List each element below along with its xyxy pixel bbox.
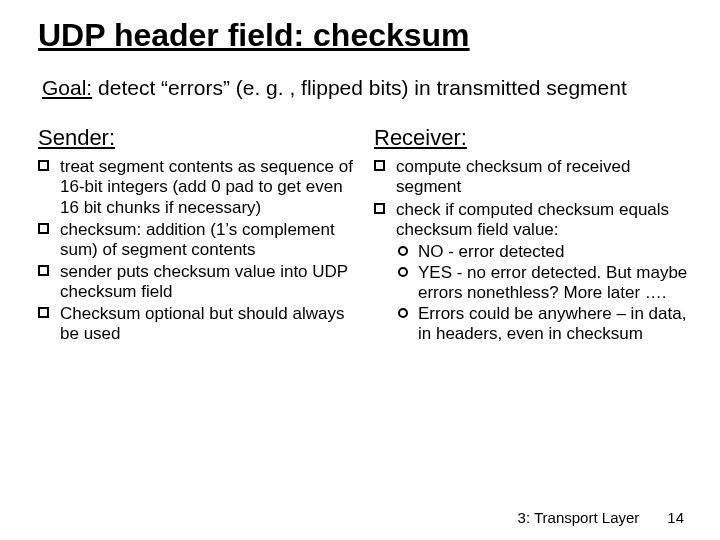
receiver-heading: Receiver: xyxy=(374,125,692,151)
item-text: Errors could be anywhere – in data, in h… xyxy=(418,304,686,343)
square-bullet-icon xyxy=(374,160,385,171)
list-item: treat segment contents as sequence of 16… xyxy=(38,157,356,217)
square-bullet-icon xyxy=(374,203,385,214)
sender-heading: Sender: xyxy=(38,125,356,151)
item-text: sender puts checksum value into UDP chec… xyxy=(60,262,348,301)
slide-title: UDP header field: checksum xyxy=(38,18,692,53)
circle-bullet-icon xyxy=(398,308,408,318)
square-bullet-icon xyxy=(38,223,49,234)
sublist-item: NO - error detected xyxy=(396,242,692,262)
receiver-column: Receiver: compute checksum of received s… xyxy=(374,125,692,345)
circle-bullet-icon xyxy=(398,246,408,256)
receiver-list: compute checksum of received segment che… xyxy=(374,157,692,343)
page-number: 14 xyxy=(667,509,684,526)
list-item: sender puts checksum value into UDP chec… xyxy=(38,262,356,302)
circle-bullet-icon xyxy=(398,267,408,277)
footer: 3: Transport Layer 14 xyxy=(518,509,684,526)
list-item: checksum: addition (1’s complement sum) … xyxy=(38,220,356,260)
list-item: check if computed checksum equals checks… xyxy=(374,200,692,344)
square-bullet-icon xyxy=(38,265,49,276)
item-text: check if computed checksum equals checks… xyxy=(396,200,669,239)
item-text: compute checksum of received segment xyxy=(396,157,630,196)
sublist-item: Errors could be anywhere – in data, in h… xyxy=(396,304,692,344)
goal-line: Goal: detect “errors” (e. g. , flipped b… xyxy=(38,75,692,101)
list-item: Checksum optional but should always be u… xyxy=(38,304,356,344)
square-bullet-icon xyxy=(38,307,49,318)
item-text: YES - no error detected. But maybe error… xyxy=(418,263,687,302)
goal-text: detect “errors” (e. g. , flipped bits) i… xyxy=(92,76,627,99)
square-bullet-icon xyxy=(38,160,49,171)
item-text: Checksum optional but should always be u… xyxy=(60,304,344,343)
list-item: compute checksum of received segment xyxy=(374,157,692,197)
slide: UDP header field: checksum Goal: detect … xyxy=(0,0,720,540)
item-text: checksum: addition (1’s complement sum) … xyxy=(60,220,335,259)
sublist-item: YES - no error detected. But maybe error… xyxy=(396,263,692,303)
item-text: treat segment contents as sequence of 16… xyxy=(60,157,353,216)
sender-list: treat segment contents as sequence of 16… xyxy=(38,157,356,343)
sender-column: Sender: treat segment contents as sequen… xyxy=(38,125,356,345)
goal-label: Goal: xyxy=(42,76,92,99)
receiver-sublist: NO - error detected YES - no error detec… xyxy=(396,242,692,344)
item-text: NO - error detected xyxy=(418,242,564,261)
columns: Sender: treat segment contents as sequen… xyxy=(38,125,692,345)
footer-section: 3: Transport Layer xyxy=(518,509,640,526)
